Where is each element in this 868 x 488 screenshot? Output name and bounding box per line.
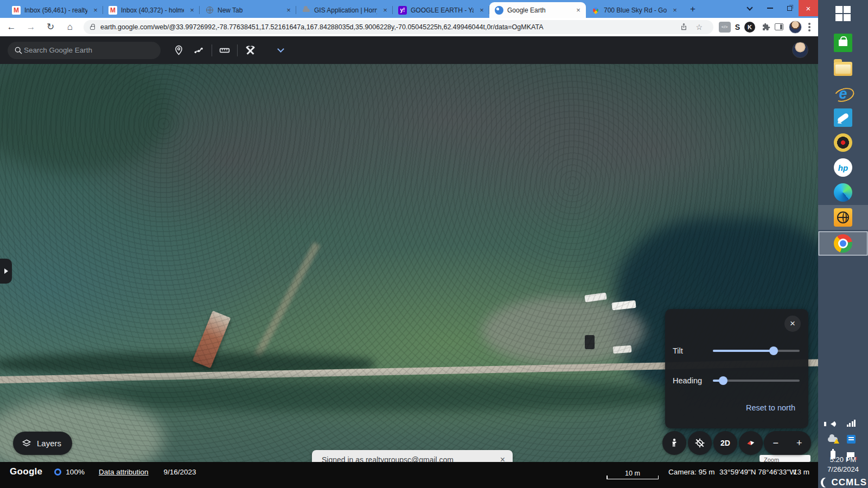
webcam-app-icon	[834, 133, 852, 152]
taskbar-item-file-explorer[interactable]	[818, 56, 868, 81]
tab-close-icon[interactable]: ×	[188, 6, 196, 15]
heading-slider[interactable]	[713, 375, 800, 386]
tab-gis-application[interactable]: GIS Application | Horry ×	[296, 2, 393, 18]
app-tray-icon[interactable]	[844, 434, 858, 445]
my-location-off-button[interactable]	[688, 431, 712, 455]
tab-close-icon[interactable]: ×	[381, 6, 390, 15]
url-input[interactable]	[99, 23, 678, 31]
extension-k-icon[interactable]: K	[744, 22, 755, 33]
tilt-label: Tilt	[673, 346, 713, 355]
placemark-pin-icon[interactable]	[168, 40, 189, 61]
windows-taskbar: e hp 5:20 PM 7/26/2024	[818, 0, 868, 488]
share-icon[interactable]	[678, 21, 691, 34]
tab-label: Google Earth	[507, 7, 570, 14]
tab-inbox-2[interactable]: M Inbox (40,372) - holme ×	[103, 2, 200, 18]
window-minimize-button[interactable]	[761, 0, 779, 16]
windows-logo-icon	[835, 6, 851, 22]
address-bar[interactable]: ☆	[84, 20, 713, 34]
earth-profile-avatar[interactable]	[792, 42, 808, 58]
taskbar-item-store[interactable]	[818, 30, 868, 55]
tab-yahoo-search[interactable]: y! GOOGLE EARTH - Yaho ×	[393, 2, 489, 18]
panel-close-icon[interactable]: ×	[784, 316, 801, 332]
tilt-slider[interactable]	[713, 345, 800, 356]
tab-close-icon[interactable]: ×	[671, 6, 679, 15]
extensions-puzzle-icon[interactable]	[760, 21, 773, 34]
window-close-button[interactable]: ×	[799, 0, 818, 16]
earth-status-bar: Google 100% Data attribution 9/16/2023 1…	[0, 462, 818, 488]
tab-label: Inbox (40,372) - holme	[121, 7, 184, 14]
google-earth-icon	[495, 6, 503, 15]
measure-ruler-icon[interactable]	[214, 40, 235, 61]
zoom-in-button[interactable]: +	[788, 431, 812, 455]
tab-close-icon[interactable]: ×	[477, 6, 486, 15]
tab-new-tab[interactable]: New Tab ×	[200, 2, 296, 18]
home-button[interactable]: ⌂	[62, 19, 78, 35]
browser-menu-icon[interactable]	[808, 26, 810, 28]
extension-code-icon[interactable]: </>	[719, 22, 731, 33]
tilt-slider-thumb[interactable]	[769, 346, 778, 355]
earth-search-box[interactable]	[8, 42, 161, 59]
taskbar-item-webcam-app[interactable]	[818, 130, 868, 155]
taskbar-clock-date[interactable]: 7/26/2024	[818, 465, 868, 473]
tab-label: New Tab	[218, 7, 280, 14]
extension-s-icon[interactable]: S	[735, 23, 740, 31]
taskbar-item-globe-app[interactable]	[818, 205, 868, 230]
tab-strip: M Inbox (56,461) - realtyg × M Inbox (40…	[0, 0, 818, 18]
taskbar-item-edge[interactable]	[818, 180, 868, 205]
browser-toolbar: ← → ↻ ⌂ ☆ </> S K	[0, 18, 818, 36]
bookmark-star-icon[interactable]: ☆	[693, 21, 706, 34]
rocket-app-icon	[834, 108, 852, 127]
volume-tray-icon[interactable]	[826, 419, 840, 429]
file-explorer-icon	[834, 62, 852, 76]
reset-to-north-link[interactable]: Reset to north	[746, 403, 795, 412]
draw-path-icon[interactable]	[189, 40, 209, 61]
earth-toolbar	[0, 36, 818, 64]
window-restore-button[interactable]	[780, 0, 799, 16]
tab-close-icon[interactable]: ×	[91, 6, 100, 15]
profile-avatar[interactable]	[789, 21, 802, 34]
tab-close-icon[interactable]: ×	[284, 6, 293, 15]
earth-search-input[interactable]	[23, 46, 154, 55]
slider-fill	[713, 350, 774, 352]
reload-button[interactable]: ↻	[42, 19, 59, 35]
tab-search-chevron-icon[interactable]	[748, 5, 752, 10]
forward-button[interactable]: →	[23, 19, 39, 35]
layers-button[interactable]: Layers	[13, 432, 72, 455]
zoom-out-button[interactable]: −	[764, 431, 788, 455]
tab-label: GIS Application | Horry	[314, 7, 377, 14]
toolbar-expand-chevron-icon[interactable]	[270, 40, 291, 61]
sidebar-expand-toggle[interactable]	[0, 259, 12, 284]
cloud-sync-warning-tray-icon[interactable]	[826, 434, 840, 445]
compass-button[interactable]	[739, 431, 763, 455]
heading-slider-thumb[interactable]	[719, 376, 727, 385]
side-panel-icon[interactable]	[775, 23, 783, 30]
taskbar-clock-time[interactable]: 5:20 PM	[818, 455, 868, 464]
imagery-zoom-percent: 100%	[66, 468, 85, 476]
projects-tools-icon[interactable]	[240, 40, 260, 61]
gmail-icon: M	[12, 6, 21, 15]
search-icon	[14, 46, 23, 55]
new-tab-button[interactable]: +	[686, 2, 700, 16]
tab-label: 700 Blue Sky Rd - Goo	[604, 7, 667, 14]
google-logo: Google	[10, 466, 42, 477]
tab-label: GOOGLE EARTH - Yaho	[411, 7, 474, 14]
taskbar-item-chrome[interactable]	[818, 231, 868, 256]
back-button[interactable]: ←	[3, 19, 20, 35]
taskbar-item-internet-explorer[interactable]: e	[818, 81, 868, 106]
tab-google-earth-active[interactable]: Google Earth ×	[489, 2, 586, 18]
tab-label: Inbox (56,461) - realtyg	[24, 7, 87, 14]
taskbar-item-hp[interactable]: hp	[818, 155, 868, 180]
pegman-street-view-button[interactable]	[662, 431, 686, 455]
layers-icon	[22, 439, 31, 448]
tab-close-icon[interactable]: ×	[574, 6, 583, 15]
chevron-right-icon	[4, 268, 8, 274]
zoom-tooltip: Zoom	[760, 455, 810, 462]
start-button[interactable]	[818, 1, 868, 26]
toggle-2d-button[interactable]: 2D	[713, 431, 737, 455]
hp-icon: hp	[834, 158, 852, 177]
tab-inbox-1[interactable]: M Inbox (56,461) - realtyg ×	[7, 2, 103, 18]
tab-blue-sky-rd[interactable]: 700 Blue Sky Rd - Goo ×	[586, 2, 682, 18]
network-signal-tray-icon[interactable]	[844, 418, 858, 428]
data-attribution-link[interactable]: Data attribution	[99, 468, 149, 476]
taskbar-item-rocket-app[interactable]	[818, 105, 868, 130]
